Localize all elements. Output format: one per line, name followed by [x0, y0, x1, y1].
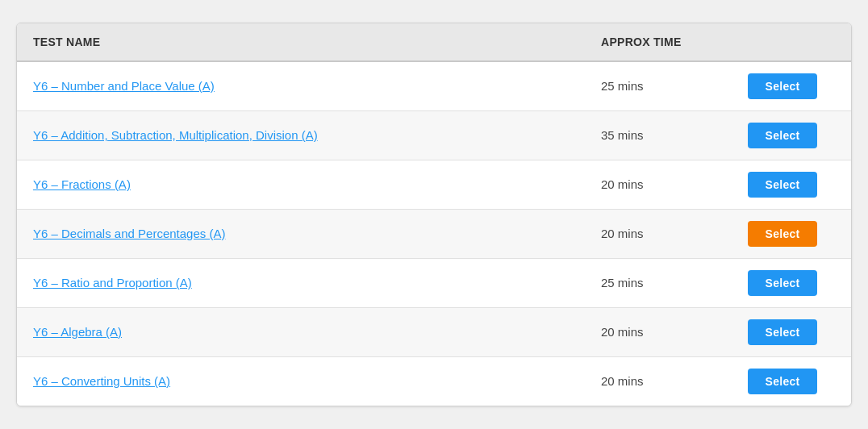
- test-name-cell: Y6 – Ratio and Proportion (A): [33, 276, 601, 290]
- test-time-cell: 35 mins: [601, 128, 730, 143]
- table-row: Y6 – Addition, Subtraction, Multiplicati…: [17, 111, 851, 160]
- test-action-cell: Select: [730, 73, 835, 99]
- test-time-cell: 20 mins: [601, 325, 730, 339]
- table-row: Y6 – Algebra (A) 20 mins Select: [17, 308, 851, 357]
- select-button[interactable]: Select: [748, 123, 818, 148]
- header-time: APPROX TIME: [601, 35, 730, 49]
- test-name-link[interactable]: Y6 – Algebra (A): [33, 325, 122, 339]
- test-time-cell: 20 mins: [601, 177, 730, 192]
- header-name: TEST NAME: [33, 35, 601, 49]
- select-button[interactable]: Select: [748, 319, 818, 345]
- test-name-cell: Y6 – Algebra (A): [33, 325, 601, 339]
- test-name-link[interactable]: Y6 – Number and Place Value (A): [33, 79, 215, 93]
- test-time-value: 35 mins: [601, 128, 644, 142]
- test-action-cell: Select: [730, 270, 835, 296]
- header-time-label: APPROX TIME: [601, 35, 682, 48]
- table-row: Y6 – Number and Place Value (A) 25 mins …: [17, 62, 851, 111]
- test-time-cell: 20 mins: [601, 227, 730, 241]
- header-name-label: TEST NAME: [33, 35, 100, 48]
- test-action-cell: Select: [730, 172, 835, 198]
- table-row: Y6 – Converting Units (A) 20 mins Select: [17, 357, 851, 406]
- test-action-cell: Select: [730, 221, 835, 247]
- select-button[interactable]: Select: [748, 172, 818, 198]
- select-button[interactable]: Select: [748, 369, 818, 394]
- test-time-cell: 25 mins: [601, 79, 730, 94]
- test-name-cell: Y6 – Number and Place Value (A): [33, 79, 601, 94]
- test-time-value: 25 mins: [601, 79, 644, 93]
- test-name-cell: Y6 – Converting Units (A): [33, 374, 601, 389]
- select-button[interactable]: Select: [748, 270, 818, 296]
- table-row: Y6 – Fractions (A) 20 mins Select: [17, 160, 851, 210]
- test-name-link[interactable]: Y6 – Decimals and Percentages (A): [33, 227, 225, 240]
- test-time-value: 25 mins: [601, 276, 644, 289]
- test-time-value: 20 mins: [601, 374, 644, 388]
- test-action-cell: Select: [730, 369, 835, 394]
- table-row: Y6 – Decimals and Percentages (A) 20 min…: [17, 210, 851, 259]
- table-body: Y6 – Number and Place Value (A) 25 mins …: [17, 62, 851, 406]
- test-time-value: 20 mins: [601, 325, 644, 339]
- test-action-cell: Select: [730, 123, 835, 148]
- select-button[interactable]: Select: [748, 221, 818, 247]
- test-time-cell: 25 mins: [601, 276, 730, 290]
- test-name-link[interactable]: Y6 – Converting Units (A): [33, 374, 170, 388]
- table-row: Y6 – Ratio and Proportion (A) 25 mins Se…: [17, 259, 851, 308]
- test-name-link[interactable]: Y6 – Addition, Subtraction, Multiplicati…: [33, 128, 318, 142]
- test-time-value: 20 mins: [601, 177, 644, 191]
- test-time-value: 20 mins: [601, 227, 644, 240]
- test-name-link[interactable]: Y6 – Ratio and Proportion (A): [33, 276, 192, 289]
- test-name-cell: Y6 – Fractions (A): [33, 177, 601, 192]
- table-header: TEST NAME APPROX TIME: [17, 23, 851, 62]
- select-button[interactable]: Select: [748, 73, 818, 99]
- test-name-link[interactable]: Y6 – Fractions (A): [33, 177, 131, 191]
- test-action-cell: Select: [730, 319, 835, 345]
- tests-table: TEST NAME APPROX TIME Y6 – Number and Pl…: [16, 23, 852, 406]
- test-time-cell: 20 mins: [601, 374, 730, 389]
- test-name-cell: Y6 – Addition, Subtraction, Multiplicati…: [33, 128, 601, 143]
- test-name-cell: Y6 – Decimals and Percentages (A): [33, 227, 601, 241]
